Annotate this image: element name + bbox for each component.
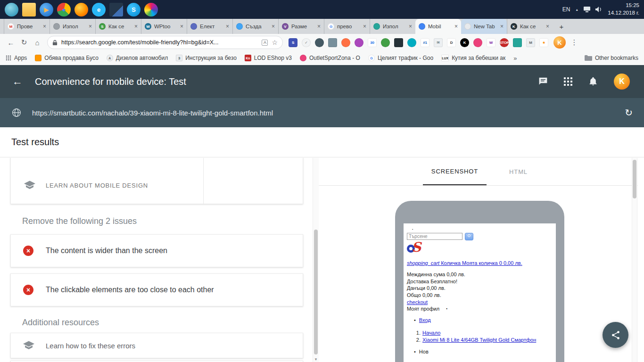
tab-close-icon[interactable]: × bbox=[317, 23, 321, 30]
learn-card[interactable]: LEARN ABOUT MOBILE DESIGN bbox=[10, 158, 303, 204]
learn-link[interactable]: LEARN ABOUT MOBILE DESIGN bbox=[24, 181, 148, 190]
tab-html[interactable]: HTML bbox=[487, 158, 550, 185]
media-player-icon[interactable]: ▶ bbox=[40, 3, 53, 16]
issue-text: The clickable elements are too close to … bbox=[46, 286, 214, 294]
chrome-icon[interactable]: ● bbox=[57, 3, 71, 16]
extension-icon-d[interactable]: D bbox=[447, 38, 456, 47]
issue-card[interactable]: × The content is wider than the screen bbox=[10, 234, 303, 267]
bookmark-item[interactable]: G Целият трафик - Goo bbox=[368, 55, 433, 61]
google-apps-grid-icon[interactable] bbox=[564, 77, 572, 86]
extension-icon-screen[interactable] bbox=[328, 38, 337, 47]
tab-close-icon[interactable]: × bbox=[409, 23, 412, 30]
tab-generic[interactable]: Изпол × bbox=[370, 19, 415, 34]
tab-close-icon[interactable]: × bbox=[134, 23, 138, 30]
scrollbar-down-icon[interactable]: ▾ bbox=[313, 357, 319, 362]
extension-icon[interactable] bbox=[315, 38, 324, 47]
tab-generic[interactable]: Създа × bbox=[232, 19, 278, 34]
language-indicator[interactable]: EN bbox=[562, 6, 570, 13]
tab-close-icon[interactable]: × bbox=[546, 23, 549, 30]
right-panel-scrollbar[interactable] bbox=[632, 158, 637, 362]
tab-sh[interactable]: S Как се × bbox=[95, 19, 141, 34]
left-panel-scrollbar[interactable]: ▾ bbox=[313, 158, 319, 362]
network-icon[interactable] bbox=[584, 7, 590, 12]
extension-icon[interactable] bbox=[355, 38, 363, 47]
bookmark-item[interactable]: Kn LOD EShop v3 bbox=[245, 55, 292, 61]
extension-icon[interactable] bbox=[473, 38, 482, 47]
tab-wordpress[interactable]: W WPtoo × bbox=[141, 19, 187, 34]
bookmark-item[interactable]: LUX Кутия за бебешки ак bbox=[441, 55, 505, 61]
extension-icon-m[interactable]: M bbox=[526, 38, 535, 47]
home-icon[interactable]: ⌂ bbox=[31, 36, 43, 49]
tab-generic[interactable]: Елект × bbox=[187, 19, 232, 34]
resource-card[interactable]: Learn how to fix these errors bbox=[10, 333, 303, 358]
tab-google[interactable]: G прево × bbox=[324, 19, 370, 34]
tool-back-icon[interactable]: ← bbox=[12, 75, 23, 88]
bookmark-item[interactable]: OutletSportZona - O bbox=[300, 55, 360, 61]
clock[interactable]: 15:25 14.12.2018 г. bbox=[608, 2, 639, 16]
other-bookmarks[interactable]: Other bookmarks bbox=[585, 55, 638, 61]
scrollbar-thumb[interactable] bbox=[633, 160, 636, 198]
tab-close-icon[interactable]: × bbox=[43, 23, 46, 30]
hidden-icons-caret[interactable]: ▲ bbox=[575, 8, 578, 11]
extension-icon[interactable] bbox=[513, 38, 522, 47]
volume-icon[interactable] bbox=[595, 7, 603, 12]
extension-icon[interactable] bbox=[381, 38, 390, 47]
extension-icon[interactable] bbox=[394, 38, 403, 47]
paint-app-icon[interactable] bbox=[144, 3, 158, 16]
tab-viber[interactable]: V Разме × bbox=[278, 19, 324, 34]
tab-generic[interactable]: Изпол × bbox=[50, 19, 95, 34]
bookmarks-overflow-icon[interactable]: » bbox=[513, 55, 517, 62]
tool-profile-avatar[interactable]: K bbox=[614, 74, 630, 90]
tab-close-icon[interactable]: × bbox=[180, 23, 183, 30]
extension-icon-check[interactable]: ✓ bbox=[302, 38, 311, 47]
bookmark-star-icon[interactable]: ☆ bbox=[272, 39, 278, 46]
extension-icon-s[interactable]: S bbox=[289, 38, 297, 47]
browser-menu-icon[interactable]: ⋮ bbox=[570, 38, 578, 47]
tab-favicon bbox=[53, 23, 60, 30]
extension-icon-star[interactable]: ★ bbox=[539, 38, 548, 47]
extension-icon-w[interactable]: W bbox=[487, 38, 495, 47]
tab-close-icon[interactable]: × bbox=[363, 23, 366, 30]
tab-gmail[interactable]: M Прове × bbox=[4, 19, 50, 34]
extension-icon-k[interactable]: K bbox=[460, 38, 469, 47]
new-label: Нов bbox=[419, 349, 429, 354]
new-tab-button[interactable]: + bbox=[555, 20, 568, 33]
translate-icon[interactable]: A bbox=[262, 40, 268, 46]
notifications-bell-icon[interactable] bbox=[588, 76, 598, 87]
extension-icon-calendar[interactable]: 30 bbox=[368, 38, 377, 47]
bookmark-item[interactable]: Обява продава Бусо bbox=[35, 55, 98, 61]
extension-icon[interactable] bbox=[407, 38, 416, 47]
apps-shortcut[interactable]: Apps bbox=[6, 55, 27, 61]
bookmark-item[interactable]: A Дизелов автомобил bbox=[107, 55, 168, 61]
scrollbar-thumb[interactable] bbox=[314, 230, 318, 354]
file-explorer-icon[interactable] bbox=[22, 3, 36, 16]
extension-icon-number-one[interactable]: #1 bbox=[421, 38, 429, 47]
address-url: https://search.google.com/test/mobile-fr… bbox=[61, 39, 258, 46]
photoshop-icon[interactable] bbox=[109, 3, 123, 16]
retest-icon[interactable]: ↻ bbox=[625, 107, 633, 118]
browser-profile-avatar[interactable]: K bbox=[553, 36, 566, 49]
tab-new-tab[interactable]: New Tab × bbox=[461, 19, 507, 34]
feedback-icon[interactable] bbox=[538, 77, 548, 86]
back-icon[interactable]: ← bbox=[5, 36, 17, 49]
bookmark-item[interactable]: З Инструкция за безо bbox=[176, 55, 237, 61]
tab-close-icon[interactable]: × bbox=[226, 23, 229, 30]
tab-close-icon[interactable]: × bbox=[89, 23, 92, 30]
address-bar[interactable]: https://search.google.com/test/mobile-fr… bbox=[47, 36, 283, 49]
issue-card[interactable]: × The clickable elements are too close t… bbox=[10, 273, 303, 306]
tab-generic[interactable]: K Как се × bbox=[507, 19, 553, 34]
tab-close-icon[interactable]: × bbox=[500, 23, 504, 30]
firefox-icon[interactable] bbox=[74, 3, 88, 16]
reload-icon[interactable]: ↻ bbox=[18, 36, 30, 49]
share-button[interactable] bbox=[603, 322, 628, 348]
skype-icon[interactable]: S bbox=[127, 3, 140, 16]
tab-mobile-friendly-test[interactable]: Mobil × bbox=[415, 19, 461, 34]
tab-screenshot[interactable]: SCREENSHOT bbox=[423, 158, 487, 185]
tab-close-icon[interactable]: × bbox=[454, 23, 458, 30]
start-icon[interactable] bbox=[5, 3, 18, 16]
extension-icon[interactable] bbox=[341, 38, 350, 47]
tab-close-icon[interactable]: × bbox=[272, 23, 275, 30]
extension-icon-mail[interactable]: ✉ bbox=[434, 38, 443, 47]
extension-icon-stop[interactable]: STOP bbox=[500, 38, 509, 47]
internet-explorer-icon[interactable]: e bbox=[92, 3, 106, 16]
